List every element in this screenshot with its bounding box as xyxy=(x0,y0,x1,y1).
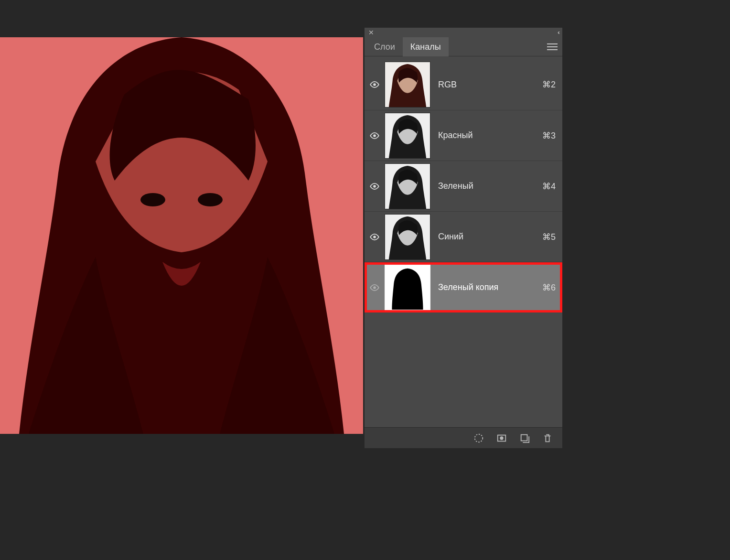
panel-collapse-icon[interactable]: ‹‹ xyxy=(558,29,558,36)
visibility-icon xyxy=(369,234,380,240)
trash-icon xyxy=(542,433,553,443)
visibility-icon xyxy=(369,284,380,291)
svg-point-5 xyxy=(373,134,376,137)
svg-point-9 xyxy=(373,236,376,238)
visibility-toggle[interactable] xyxy=(365,81,385,88)
new-channel-button[interactable] xyxy=(518,432,531,444)
tab-layers[interactable]: Слои xyxy=(366,37,403,56)
new-icon xyxy=(519,433,530,443)
document-canvas[interactable] xyxy=(0,37,363,434)
load-selection-button[interactable] xyxy=(472,432,485,444)
panel-tabbar: Слои Каналы xyxy=(365,37,562,56)
channel-row[interactable]: Красный⌘3 xyxy=(365,110,562,161)
visibility-icon xyxy=(369,183,380,190)
channel-name: Синий xyxy=(438,232,542,242)
channel-thumbnail[interactable] xyxy=(385,265,430,311)
svg-point-3 xyxy=(373,83,376,86)
channel-shortcut: ⌘6 xyxy=(542,282,556,293)
channel-row[interactable]: RGB⌘2 xyxy=(365,59,562,110)
channel-row[interactable]: Зеленый⌘4 xyxy=(365,161,562,211)
selection-icon xyxy=(473,433,484,443)
visibility-toggle[interactable] xyxy=(365,234,385,240)
channel-list: RGB⌘2Красный⌘3Зеленый⌘4Синий⌘5Зеленый ко… xyxy=(365,56,562,427)
channel-thumbnail[interactable] xyxy=(385,62,430,108)
channel-row[interactable]: Зеленый копия⌘6 xyxy=(365,262,562,312)
panel-close-icon[interactable]: ✕ xyxy=(368,29,374,36)
channel-thumbnail[interactable] xyxy=(385,214,430,260)
channel-name: Зеленый копия xyxy=(438,282,542,292)
channel-name: Зеленый xyxy=(438,181,542,191)
visibility-toggle[interactable] xyxy=(365,183,385,190)
svg-rect-16 xyxy=(521,434,527,441)
channel-row[interactable]: Синий⌘5 xyxy=(365,211,562,262)
mask-icon xyxy=(496,433,507,443)
quickmask-overlay xyxy=(0,37,363,434)
channel-thumbnail[interactable] xyxy=(385,163,430,209)
channels-toolbar xyxy=(365,427,562,448)
svg-point-15 xyxy=(500,436,503,440)
svg-point-11 xyxy=(373,286,376,289)
visibility-toggle[interactable] xyxy=(365,132,385,139)
channels-panel: ✕ ‹‹ Слои Каналы RGB⌘2Красный⌘3Зеленый⌘4… xyxy=(365,28,562,448)
channel-name: RGB xyxy=(438,80,542,90)
save-mask-button[interactable] xyxy=(495,432,508,444)
channel-shortcut: ⌘5 xyxy=(542,232,556,242)
tab-channels[interactable]: Каналы xyxy=(403,37,449,56)
channel-name: Красный xyxy=(438,130,542,140)
visibility-toggle[interactable] xyxy=(365,284,385,291)
panel-topbar: ✕ ‹‹ xyxy=(365,28,562,37)
channel-thumbnail[interactable] xyxy=(385,113,430,159)
svg-point-13 xyxy=(475,434,483,442)
channel-shortcut: ⌘3 xyxy=(542,130,556,141)
svg-point-7 xyxy=(373,185,376,188)
visibility-icon xyxy=(369,132,380,139)
visibility-icon xyxy=(369,81,380,88)
delete-channel-button[interactable] xyxy=(541,432,554,444)
channel-shortcut: ⌘4 xyxy=(542,181,556,192)
panel-menu-icon[interactable] xyxy=(547,43,558,50)
channel-shortcut: ⌘2 xyxy=(542,79,556,90)
